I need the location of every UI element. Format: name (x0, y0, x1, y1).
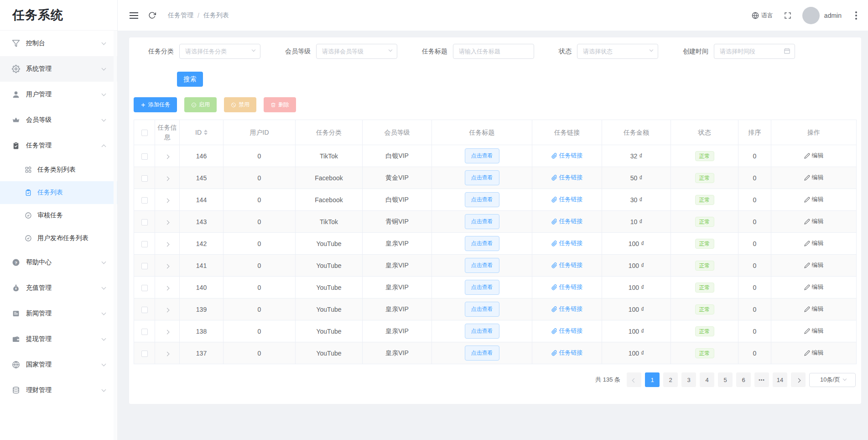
view-task-button[interactable]: 点击查看 (465, 214, 499, 229)
row-checkbox[interactable] (141, 241, 148, 247)
user-menu[interactable]: admin (802, 7, 842, 24)
view-task-button[interactable]: 点击查看 (465, 302, 499, 317)
fullscreen-icon[interactable] (784, 12, 791, 19)
sidebar-item[interactable]: 新闻管理 (0, 301, 117, 326)
view-task-button[interactable]: 点击查看 (465, 346, 499, 361)
task-link[interactable]: 任务链接 (551, 239, 583, 247)
vip-select-input[interactable] (316, 44, 397, 59)
sidebar-item[interactable]: 用户管理 (0, 82, 117, 107)
enable-button[interactable]: 启用 (184, 97, 217, 112)
sidebar-subitem[interactable]: 任务类别列表 (0, 158, 117, 181)
pager-page-2[interactable]: 2 (663, 372, 678, 387)
view-task-button[interactable]: 点击查看 (465, 280, 499, 295)
expand-row-icon[interactable] (165, 308, 170, 312)
edit-button[interactable]: 编辑 (804, 305, 824, 313)
disable-button[interactable]: 禁用 (224, 97, 256, 112)
more-options-icon[interactable] (852, 10, 860, 21)
edit-button[interactable]: 编辑 (804, 239, 824, 247)
sidebar-item[interactable]: 国家管理 (0, 352, 117, 377)
expand-row-icon[interactable] (165, 351, 170, 356)
task-link[interactable]: 任务链接 (551, 152, 583, 160)
task-link[interactable]: 任务链接 (551, 305, 583, 313)
collapse-menu-icon[interactable] (130, 10, 138, 21)
status-select-input[interactable] (577, 44, 658, 59)
edit-button[interactable]: 编辑 (804, 217, 824, 225)
sidebar-item[interactable]: 提现管理 (0, 326, 117, 352)
sidebar-item[interactable]: ? 帮助中心 (0, 250, 117, 275)
sidebar-item[interactable]: 理财管理 (0, 377, 117, 403)
pager-page-4[interactable]: 4 (700, 372, 714, 387)
sidebar-item[interactable]: 控制台 (0, 31, 117, 56)
row-checkbox[interactable] (141, 351, 148, 357)
row-checkbox[interactable] (141, 153, 148, 160)
category-select-input[interactable] (179, 44, 260, 59)
row-checkbox[interactable] (141, 175, 148, 182)
edit-button[interactable]: 编辑 (804, 349, 824, 357)
edit-button[interactable]: 编辑 (804, 327, 824, 335)
delete-button[interactable]: 删除 (264, 97, 296, 112)
row-checkbox[interactable] (141, 263, 148, 269)
edit-button[interactable]: 编辑 (804, 195, 824, 204)
expand-row-icon[interactable] (165, 330, 170, 334)
avatar[interactable] (802, 7, 820, 24)
pager-more[interactable]: ••• (754, 372, 769, 387)
pager-prev-button[interactable] (627, 372, 641, 387)
expand-row-icon[interactable] (165, 198, 170, 203)
edit-button[interactable]: 编辑 (804, 283, 824, 291)
view-task-button[interactable]: 点击查看 (465, 192, 499, 207)
edit-button[interactable]: 编辑 (804, 261, 824, 269)
pager-page-3[interactable]: 3 (681, 372, 696, 387)
search-button[interactable]: 搜索 (177, 72, 203, 87)
view-task-button[interactable]: 点击查看 (465, 236, 499, 251)
cell-sort: 0 (738, 342, 771, 364)
pager-next-button[interactable] (791, 372, 806, 387)
task-list-icon (24, 189, 33, 197)
pager-page-1[interactable]: 1 (645, 372, 660, 387)
date-range-input[interactable] (714, 44, 795, 59)
edit-button[interactable]: 编辑 (804, 173, 824, 182)
add-task-button[interactable]: 添加任务 (134, 97, 177, 112)
refresh-icon[interactable] (148, 11, 156, 19)
expand-row-icon[interactable] (165, 264, 170, 268)
view-task-button[interactable]: 点击查看 (465, 258, 499, 273)
row-checkbox[interactable] (141, 329, 148, 335)
sidebar-subitem[interactable]: 审核任务 (0, 204, 117, 227)
pager-page-14[interactable]: 14 (773, 372, 787, 387)
expand-row-icon[interactable] (165, 154, 170, 159)
expand-row-icon[interactable] (165, 220, 170, 225)
sidebar-item[interactable]: 系统管理 (0, 56, 117, 82)
task-link[interactable]: 任务链接 (551, 217, 583, 225)
sidebar-item[interactable]: 会员等级 (0, 107, 117, 133)
sidebar-item[interactable]: ¥ 充值管理 (0, 275, 117, 301)
row-checkbox[interactable] (141, 219, 148, 225)
row-checkbox[interactable] (141, 197, 148, 204)
task-link[interactable]: 任务链接 (551, 327, 583, 335)
row-checkbox[interactable] (141, 285, 148, 291)
task-link[interactable]: 任务链接 (551, 349, 583, 357)
view-task-button[interactable]: 点击查看 (465, 148, 499, 163)
sidebar-subitem[interactable]: 用户发布任务列表 (0, 227, 117, 250)
task-link[interactable]: 任务链接 (551, 195, 583, 204)
task-link[interactable]: 任务链接 (551, 173, 583, 182)
category-filter-label: 任务分类 (148, 47, 174, 56)
breadcrumb-item[interactable]: 任务管理 (168, 11, 193, 20)
page-size-select[interactable]: 10条/页 (809, 373, 856, 387)
sidebar-subitem[interactable]: 任务列表 (0, 181, 117, 204)
view-task-button[interactable]: 点击查看 (465, 324, 499, 339)
column-header-2[interactable]: ID (180, 120, 223, 145)
edit-button[interactable]: 编辑 (804, 152, 824, 160)
sort-icon[interactable] (204, 130, 208, 135)
pager-page-5[interactable]: 5 (718, 372, 733, 387)
title-input[interactable] (453, 44, 534, 59)
row-checkbox[interactable] (141, 307, 148, 313)
expand-row-icon[interactable] (165, 286, 170, 290)
language-switcher[interactable]: 语言 (752, 11, 773, 20)
task-link[interactable]: 任务链接 (551, 283, 583, 291)
pager-page-6[interactable]: 6 (736, 372, 751, 387)
sidebar-item[interactable]: 任务管理 (0, 133, 117, 158)
expand-row-icon[interactable] (165, 176, 170, 181)
task-link[interactable]: 任务链接 (551, 261, 583, 269)
view-task-button[interactable]: 点击查看 (465, 170, 499, 185)
expand-row-icon[interactable] (165, 242, 170, 246)
select-all-checkbox[interactable] (141, 130, 148, 136)
